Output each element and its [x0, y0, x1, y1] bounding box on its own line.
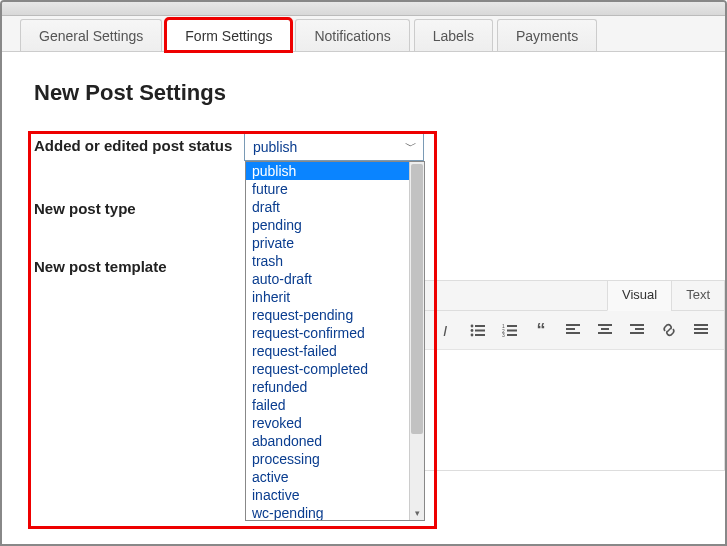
status-option-active[interactable]: active	[246, 468, 409, 486]
numbered-list-icon[interactable]: 123	[496, 317, 522, 343]
status-option-trash[interactable]: trash	[246, 252, 409, 270]
svg-rect-19	[635, 328, 644, 330]
status-option-failed[interactable]: failed	[246, 396, 409, 414]
svg-rect-1	[475, 325, 485, 327]
svg-rect-14	[566, 332, 580, 334]
status-option-pending[interactable]: pending	[246, 216, 409, 234]
status-option-abandoned[interactable]: abandoned	[246, 432, 409, 450]
svg-rect-15	[598, 324, 612, 326]
svg-rect-11	[507, 334, 517, 336]
post-status-selected: publish	[253, 139, 297, 155]
svg-rect-22	[694, 328, 708, 330]
more-icon[interactable]	[688, 317, 714, 343]
tab-form-settings[interactable]: Form Settings	[166, 19, 291, 51]
status-option-draft[interactable]: draft	[246, 198, 409, 216]
svg-point-4	[470, 333, 473, 336]
status-option-request-pending[interactable]: request-pending	[246, 306, 409, 324]
blockquote-icon[interactable]: “	[528, 317, 554, 343]
svg-point-0	[470, 324, 473, 327]
status-option-processing[interactable]: processing	[246, 450, 409, 468]
italic-icon[interactable]: I	[432, 317, 458, 343]
post-template-label: New post template	[34, 253, 244, 277]
post-status-label: Added or edited post status	[34, 132, 244, 156]
svg-rect-20	[630, 332, 644, 334]
align-left-icon[interactable]	[560, 317, 586, 343]
link-icon[interactable]	[656, 317, 682, 343]
status-option-private[interactable]: private	[246, 234, 409, 252]
svg-rect-21	[694, 324, 708, 326]
status-option-future[interactable]: future	[246, 180, 409, 198]
svg-rect-17	[598, 332, 612, 334]
dropdown-scrollbar[interactable]: ▾	[409, 162, 424, 520]
bullet-list-icon[interactable]	[464, 317, 490, 343]
settings-tabs: General Settings Form Settings Notificat…	[2, 16, 725, 52]
svg-rect-3	[475, 329, 485, 331]
svg-rect-18	[630, 324, 644, 326]
svg-text:3: 3	[502, 332, 505, 337]
tab-general-settings[interactable]: General Settings	[20, 19, 162, 51]
status-option-request-failed[interactable]: request-failed	[246, 342, 409, 360]
svg-rect-5	[475, 334, 485, 336]
status-option-inactive[interactable]: inactive	[246, 486, 409, 504]
status-option-auto-draft[interactable]: auto-draft	[246, 270, 409, 288]
tab-notifications[interactable]: Notifications	[295, 19, 409, 51]
status-option-inherit[interactable]: inherit	[246, 288, 409, 306]
post-type-label: New post type	[34, 195, 244, 219]
tab-labels[interactable]: Labels	[414, 19, 493, 51]
status-option-wc-pending[interactable]: wc-pending	[246, 504, 409, 520]
tab-payments[interactable]: Payments	[497, 19, 597, 51]
status-option-refunded[interactable]: refunded	[246, 378, 409, 396]
page-title: New Post Settings	[34, 80, 693, 106]
svg-rect-12	[566, 324, 580, 326]
align-right-icon[interactable]	[624, 317, 650, 343]
status-option-publish[interactable]: publish	[246, 162, 409, 180]
editor-tab-text[interactable]: Text	[671, 281, 724, 310]
editor-tab-visual[interactable]: Visual	[607, 281, 671, 311]
svg-rect-13	[566, 328, 575, 330]
svg-rect-7	[507, 325, 517, 327]
post-status-dropdown: publishfuturedraftpendingprivatetrashaut…	[245, 161, 425, 521]
status-option-request-completed[interactable]: request-completed	[246, 360, 409, 378]
chevron-down-icon: ﹀	[405, 138, 417, 155]
svg-rect-9	[507, 329, 517, 331]
status-option-revoked[interactable]: revoked	[246, 414, 409, 432]
svg-rect-16	[601, 328, 609, 330]
status-option-request-confirmed[interactable]: request-confirmed	[246, 324, 409, 342]
align-center-icon[interactable]	[592, 317, 618, 343]
post-status-select[interactable]: publish ﹀ publishfuturedraftpendingpriva…	[244, 132, 424, 161]
svg-rect-23	[694, 332, 708, 334]
svg-point-2	[470, 329, 473, 332]
